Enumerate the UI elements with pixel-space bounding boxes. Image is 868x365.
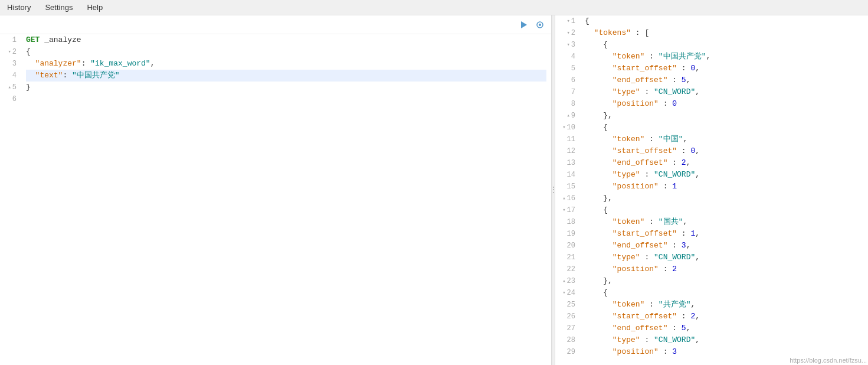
ln-3: 3: [5, 58, 17, 70]
resp-line-29: "position" : 3: [585, 346, 863, 358]
resp-line-27: "end_offset" : 5,: [585, 322, 863, 334]
code-line-5: }: [26, 82, 546, 93]
svg-point-2: [539, 24, 541, 26]
rln-13: 13: [560, 157, 575, 169]
code-line-6: [26, 93, 546, 105]
rln-14: 14: [560, 169, 575, 181]
editor-panel: 1 ▾2 3 4 ▴5 6 GET _analyze { "analyzer":…: [0, 15, 552, 365]
resp-line-23: },: [585, 275, 863, 287]
ln-1: 1: [5, 34, 17, 46]
rln-29: 29: [560, 346, 575, 358]
resp-line-1: {: [585, 15, 863, 27]
resp-line-5: "start_offset" : 0,: [585, 63, 863, 74]
rln-12: 12: [560, 145, 575, 157]
rln-24: ▾24: [560, 287, 575, 299]
rln-11: 11: [560, 133, 575, 145]
rln-3: ▾3: [560, 39, 575, 51]
main-area: 1 ▾2 3 4 ▴5 6 GET _analyze { "analyzer":…: [0, 15, 868, 365]
menu-settings[interactable]: Settings: [38, 2, 80, 13]
resp-line-22: "position" : 2: [585, 263, 863, 275]
ln-5: ▴5: [5, 82, 17, 93]
rln-22: 22: [560, 263, 575, 275]
rln-9: ▴9: [560, 110, 575, 122]
rln-27: 27: [560, 322, 575, 334]
resp-line-4: "token" : "中国共产党",: [585, 51, 863, 63]
rln-10: ▾10: [560, 122, 575, 133]
resp-line-9: },: [585, 110, 863, 122]
watermark: https://blog.csdn.net/fzsu...: [790, 357, 867, 364]
run-icon[interactable]: [517, 18, 530, 31]
response-panel: ▾1 ▾2 ▾3 4 5 6 7 8 ▴9 ▾10 11 12 13 14 15…: [555, 15, 868, 365]
resp-line-3: {: [585, 39, 863, 51]
rln-16: ▴16: [560, 193, 575, 204]
resp-line-14: "type" : "CN_WORD",: [585, 169, 863, 181]
resp-line-2: "tokens" : [: [585, 27, 863, 39]
editor-toolbar: [0, 15, 551, 34]
resp-line-21: "type" : "CN_WORD",: [585, 252, 863, 263]
resp-line-24: {: [585, 287, 863, 299]
code-content[interactable]: GET _analyze { "analyzer": "ik_max_word"…: [21, 34, 551, 365]
rln-20: 20: [560, 240, 575, 252]
resp-line-17: {: [585, 204, 863, 216]
resp-line-11: "token" : "中国",: [585, 133, 863, 145]
rln-28: 28: [560, 334, 575, 346]
rln-5: 5: [560, 63, 575, 74]
ln-6: 6: [5, 93, 17, 105]
rln-17: ▾17: [560, 204, 575, 216]
resp-line-28: "type" : "CN_WORD",: [585, 334, 863, 346]
rln-8: 8: [560, 98, 575, 110]
response-line-numbers: ▾1 ▾2 ▾3 4 5 6 7 8 ▴9 ▾10 11 12 13 14 15…: [555, 15, 580, 365]
resp-line-7: "type" : "CN_WORD",: [585, 86, 863, 98]
code-line-3: "analyzer": "ik_max_word",: [26, 58, 546, 70]
rln-21: 21: [560, 252, 575, 263]
resp-line-13: "end_offset" : 2,: [585, 157, 863, 169]
response-content: { "tokens" : [ { "token" : "中国共产党", "sta…: [580, 15, 868, 365]
resp-line-26: "start_offset" : 2,: [585, 311, 863, 322]
ln-4: 4: [5, 70, 17, 82]
rln-6: 6: [560, 74, 575, 86]
resp-line-20: "end_offset" : 3,: [585, 240, 863, 252]
resp-line-25: "token" : "共产党",: [585, 299, 863, 311]
rln-26: 26: [560, 311, 575, 322]
svg-marker-0: [521, 21, 527, 28]
resp-line-16: },: [585, 193, 863, 204]
rln-2: ▾2: [560, 27, 575, 39]
resp-line-8: "position" : 0: [585, 98, 863, 110]
menu-history[interactable]: History: [0, 2, 38, 13]
code-line-4: "text": "中国共产党": [26, 70, 546, 82]
resp-line-18: "token" : "国共",: [585, 216, 863, 228]
code-area: 1 ▾2 3 4 ▴5 6 GET _analyze { "analyzer":…: [0, 34, 551, 365]
wrench-icon[interactable]: [533, 18, 546, 31]
rln-4: 4: [560, 51, 575, 63]
resp-line-19: "start_offset" : 1,: [585, 228, 863, 240]
menu-help[interactable]: Help: [80, 2, 110, 13]
rln-19: 19: [560, 228, 575, 240]
resp-line-6: "end_offset" : 5,: [585, 74, 863, 86]
resp-line-12: "start_offset" : 0,: [585, 145, 863, 157]
resp-line-15: "position" : 1: [585, 181, 863, 193]
rln-23: ▴23: [560, 275, 575, 287]
rln-1: ▾1: [560, 15, 575, 27]
rln-15: 15: [560, 181, 575, 193]
line-numbers: 1 ▾2 3 4 ▴5 6: [0, 34, 21, 365]
menu-bar: History Settings Help: [0, 0, 868, 15]
rln-18: 18: [560, 216, 575, 228]
ln-2: ▾2: [5, 46, 17, 58]
code-line-1: GET _analyze: [26, 34, 546, 46]
code-line-2: {: [26, 46, 546, 58]
resp-line-10: {: [585, 122, 863, 133]
rln-7: 7: [560, 86, 575, 98]
rln-25: 25: [560, 299, 575, 311]
